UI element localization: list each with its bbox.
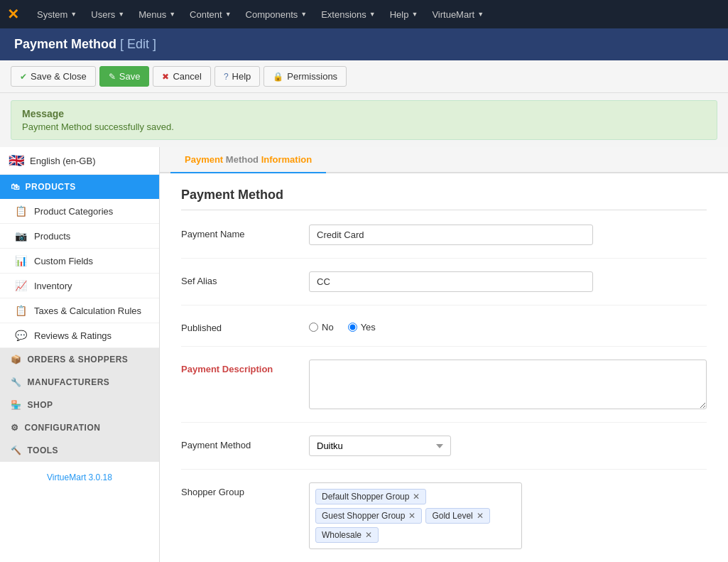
sidebar-item-custom-fields[interactable]: 📊 Custom Fields xyxy=(0,249,159,274)
nav-virtuemart[interactable]: VirtueMart ▼ xyxy=(425,0,491,28)
tag-default-shopper: Default Shopper Group ✕ xyxy=(315,489,426,504)
save-icon: ✎ xyxy=(109,72,116,82)
help-button[interactable]: ? Help xyxy=(214,66,260,87)
lock-icon: 🔒 xyxy=(273,72,283,82)
tag-wholesale-remove[interactable]: ✕ xyxy=(365,531,372,539)
tag-guest-remove[interactable]: ✕ xyxy=(408,512,415,520)
shopper-group-label: Shopper Group xyxy=(181,482,309,497)
field-published-row: Published No Yes xyxy=(181,318,707,347)
orders-section-icon: 📦 xyxy=(11,355,22,364)
form-container: Payment Method Payment Name Sef Alias Pu… xyxy=(160,173,728,562)
top-navigation: ✕ System ▼ Users ▼ Menus ▼ Content ▼ Com… xyxy=(0,0,728,28)
published-radio-group: No Yes xyxy=(309,318,376,333)
tag-gold-remove[interactable]: ✕ xyxy=(477,512,484,520)
tab-label-method: Method xyxy=(226,154,261,165)
page-title: Payment Method xyxy=(14,37,116,51)
custom-fields-icon: 📊 xyxy=(14,255,27,266)
check-icon: ✔ xyxy=(20,72,27,82)
message-title: Message xyxy=(22,108,706,119)
content-area: Payment Method Information Payment Metho… xyxy=(160,147,728,562)
sidebar-section-configuration[interactable]: ⚙ CONFIGURATION xyxy=(0,416,159,439)
sidebar-item-inventory[interactable]: 📈 Inventory xyxy=(0,274,159,298)
inventory-icon: 📈 xyxy=(14,280,27,291)
published-label: Published xyxy=(181,318,309,333)
system-arrow-icon: ▼ xyxy=(70,11,77,18)
flag-icon: 🇬🇧 xyxy=(9,153,24,168)
sidebar-item-taxes[interactable]: 📋 Taxes & Calculation Rules xyxy=(0,298,159,323)
published-no-radio[interactable] xyxy=(309,323,318,332)
sidebar-language-label: English (en-GB) xyxy=(30,156,95,166)
edit-label: [ Edit ] xyxy=(120,37,156,51)
field-sef-alias-row: Sef Alias xyxy=(181,271,707,306)
field-shopper-group-row: Shopper Group Default Shopper Group ✕ Gu… xyxy=(181,482,707,562)
joomla-logo: ✕ xyxy=(7,6,19,23)
main-layout: 🇬🇧 English (en-GB) 🛍 PRODUCTS 📋 Product … xyxy=(0,147,728,562)
sef-alias-input[interactable] xyxy=(309,271,593,292)
sidebar-version: VirtueMart 3.0.18 xyxy=(0,462,159,493)
field-payment-desc-row: Payment Description xyxy=(181,360,707,423)
published-yes-option[interactable]: Yes xyxy=(348,322,376,333)
sef-alias-label: Sef Alias xyxy=(181,271,309,286)
products-section-icon: 🛍 xyxy=(11,182,20,192)
nav-system[interactable]: System ▼ xyxy=(30,0,84,28)
help-icon: ? xyxy=(224,72,229,82)
components-arrow-icon: ▼ xyxy=(300,11,307,18)
nav-content[interactable]: Content ▼ xyxy=(183,0,238,28)
payment-name-input[interactable] xyxy=(309,225,593,245)
tag-guest-shopper: Guest Shopper Group ✕ xyxy=(315,508,422,524)
products-icon: 📷 xyxy=(14,230,27,242)
message-box: Message Payment Method successfully save… xyxy=(11,100,717,140)
payment-method-select[interactable]: Duitku xyxy=(309,436,451,456)
nav-help[interactable]: Help ▼ xyxy=(383,0,425,28)
sidebar-language: 🇬🇧 English (en-GB) xyxy=(0,147,159,175)
sidebar-item-product-categories[interactable]: 📋 Product Categories xyxy=(0,199,159,224)
sidebar: 🇬🇧 English (en-GB) 🛍 PRODUCTS 📋 Product … xyxy=(0,147,160,562)
payment-method-label: Payment Method xyxy=(181,436,309,450)
nav-menus[interactable]: Menus ▼ xyxy=(131,0,183,28)
title-bar: Payment Method [ Edit ] xyxy=(0,28,728,60)
tag-wholesale: Wholesale ✕ xyxy=(315,527,379,543)
published-yes-radio[interactable] xyxy=(348,323,357,332)
help-arrow-icon: ▼ xyxy=(411,11,418,18)
sidebar-section-manufacturers[interactable]: 🔧 MANUFACTURERS xyxy=(0,371,159,394)
nav-extensions[interactable]: Extensions ▼ xyxy=(314,0,383,28)
tag-gold-level: Gold Level ✕ xyxy=(425,508,489,524)
payment-description-textarea[interactable] xyxy=(309,360,707,409)
sidebar-section-shop[interactable]: 🏪 SHOP xyxy=(0,394,159,416)
tab-label-payment: Payment xyxy=(185,154,223,165)
published-no-option[interactable]: No xyxy=(309,322,334,333)
cancel-icon: ✖ xyxy=(162,72,169,82)
content-tabs: Payment Method Information xyxy=(160,147,728,173)
menus-arrow-icon: ▼ xyxy=(169,11,175,18)
sidebar-item-reviews[interactable]: 💬 Reviews & Ratings xyxy=(0,323,159,348)
nav-users[interactable]: Users ▼ xyxy=(84,0,131,28)
nav-components[interactable]: Components ▼ xyxy=(239,0,315,28)
form-section-title: Payment Method xyxy=(181,188,707,210)
cancel-button[interactable]: ✖ Cancel xyxy=(153,66,210,87)
field-payment-method-row: Payment Method Duitku xyxy=(181,436,707,470)
shop-section-icon: 🏪 xyxy=(11,400,22,410)
save-close-button[interactable]: ✔ Save & Close xyxy=(11,66,96,87)
save-button[interactable]: ✎ Save xyxy=(99,66,150,87)
field-payment-name-row: Payment Name xyxy=(181,225,707,259)
users-arrow-icon: ▼ xyxy=(118,11,124,18)
shopper-group-tags[interactable]: Default Shopper Group ✕ Guest Shopper Gr… xyxy=(309,482,522,549)
sidebar-item-products[interactable]: 📷 Products xyxy=(0,224,159,249)
payment-name-label: Payment Name xyxy=(181,225,309,239)
configuration-section-icon: ⚙ xyxy=(11,423,19,433)
permissions-button[interactable]: 🔒 Permissions xyxy=(264,66,347,87)
content-arrow-icon: ▼ xyxy=(225,11,232,18)
tab-label-information: Information xyxy=(261,154,313,165)
payment-desc-label: Payment Description xyxy=(181,360,309,374)
sidebar-section-tools[interactable]: 🔨 TOOLS xyxy=(0,439,159,462)
taxes-icon: 📋 xyxy=(14,305,27,316)
product-categories-icon: 📋 xyxy=(14,205,27,217)
sidebar-section-orders[interactable]: 📦 ORDERS & SHOPPERS xyxy=(0,348,159,371)
reviews-icon: 💬 xyxy=(14,330,27,341)
tag-default-remove[interactable]: ✕ xyxy=(413,492,420,501)
manufacturers-section-icon: 🔧 xyxy=(11,377,22,387)
toolbar: ✔ Save & Close ✎ Save ✖ Cancel ? Help 🔒 … xyxy=(0,60,728,93)
message-text: Payment Method successfully saved. xyxy=(22,121,706,132)
sidebar-section-products[interactable]: 🛍 PRODUCTS xyxy=(0,175,159,199)
tab-payment-method-info[interactable]: Payment Method Information xyxy=(170,147,326,173)
